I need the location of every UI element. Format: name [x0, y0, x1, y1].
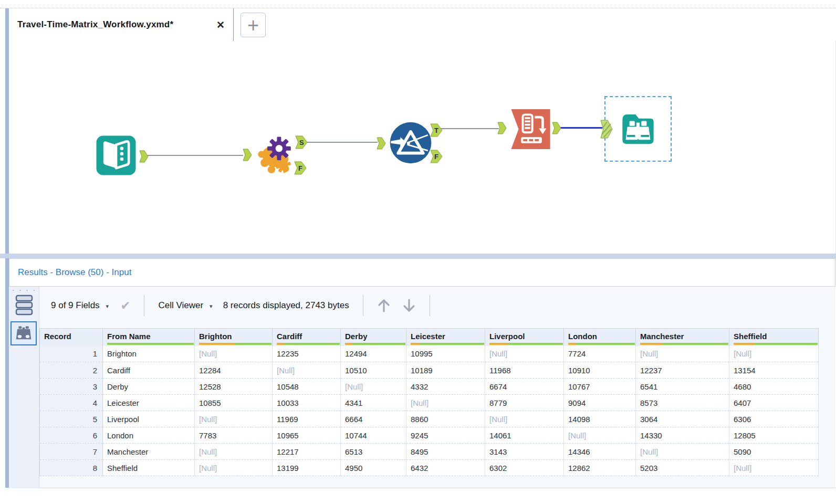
- data-cell[interactable]: [Null]: [406, 395, 485, 411]
- data-cell[interactable]: [Null]: [273, 362, 341, 379]
- chevron-down-icon[interactable]: ▾: [106, 303, 109, 310]
- data-cell[interactable]: 10855: [195, 395, 273, 411]
- transpose-output-anchor[interactable]: [552, 122, 561, 134]
- cell-viewer-dropdown[interactable]: Cell Viewer: [158, 300, 203, 311]
- column-header[interactable]: Manchester: [636, 329, 729, 346]
- data-cell[interactable]: Derby: [103, 379, 195, 395]
- data-cell[interactable]: [Null]: [485, 346, 564, 362]
- data-cell[interactable]: 6664: [341, 411, 406, 427]
- panel-divider[interactable]: [0, 254, 836, 258]
- record-number-cell[interactable]: 7: [40, 444, 103, 460]
- macro-input-anchor[interactable]: [243, 149, 252, 161]
- browse-input-anchor[interactable]: [600, 120, 613, 139]
- data-cell[interactable]: [Null]: [729, 346, 819, 362]
- filter-tool[interactable]: T F: [389, 121, 432, 164]
- data-cell[interactable]: 10189: [406, 362, 485, 379]
- connection-macro-to-filter[interactable]: [306, 142, 378, 143]
- data-cell[interactable]: 10510: [341, 362, 406, 379]
- data-cell[interactable]: 14061: [485, 427, 564, 444]
- data-cell[interactable]: 13199: [273, 460, 341, 476]
- record-number-cell[interactable]: 1: [40, 346, 103, 362]
- browse-tool[interactable]: [618, 108, 659, 149]
- table-view-icon[interactable]: [15, 294, 33, 316]
- close-tab-icon[interactable]: ✕: [216, 19, 233, 31]
- column-header[interactable]: Leicester: [406, 329, 485, 346]
- data-cell[interactable]: Liverpool: [103, 411, 195, 427]
- data-cell[interactable]: [Null]: [195, 411, 273, 427]
- data-cell[interactable]: 6302: [485, 460, 564, 476]
- data-cell[interactable]: 3064: [636, 411, 729, 427]
- gear-macro-tool[interactable]: S F: [254, 133, 297, 175]
- data-cell[interactable]: 13154: [729, 362, 819, 379]
- connection-filter-to-transpose[interactable]: [440, 128, 499, 129]
- input-data-tool[interactable]: [95, 135, 138, 176]
- data-cell[interactable]: 9094: [564, 395, 636, 411]
- data-cell[interactable]: [Null]: [636, 444, 729, 460]
- data-cell[interactable]: [Null]: [564, 427, 636, 444]
- data-cell[interactable]: 8779: [485, 395, 564, 411]
- record-number-cell[interactable]: 5: [40, 411, 103, 427]
- record-number-cell[interactable]: 3: [40, 379, 103, 395]
- data-cell[interactable]: 10995: [406, 346, 485, 362]
- column-header[interactable]: Record: [40, 329, 103, 346]
- arrow-up-icon[interactable]: [377, 298, 391, 313]
- filter-input-anchor[interactable]: [377, 137, 386, 150]
- transpose-tool[interactable]: [510, 108, 551, 150]
- record-number-cell[interactable]: 8: [40, 460, 103, 476]
- record-number-cell[interactable]: 6: [40, 427, 103, 444]
- data-cell[interactable]: [Null]: [341, 379, 406, 395]
- record-number-cell[interactable]: 4: [40, 395, 103, 411]
- data-cell[interactable]: 14330: [636, 427, 729, 444]
- data-cell[interactable]: 14098: [564, 411, 636, 427]
- data-cell[interactable]: 8495: [406, 444, 485, 460]
- transpose-input-anchor[interactable]: [497, 122, 507, 134]
- column-header[interactable]: Liverpool: [485, 329, 564, 346]
- macro-success-anchor[interactable]: S: [295, 135, 308, 149]
- browse-view-button[interactable]: [11, 321, 37, 345]
- data-cell[interactable]: 9245: [406, 427, 485, 444]
- data-cell[interactable]: 6513: [341, 444, 406, 460]
- data-cell[interactable]: 10033: [273, 395, 341, 411]
- filter-true-anchor[interactable]: T: [430, 123, 443, 137]
- chevron-down-icon[interactable]: ▾: [210, 303, 213, 310]
- data-cell[interactable]: 6541: [636, 379, 729, 395]
- macro-failure-anchor[interactable]: F: [294, 161, 307, 175]
- data-cell[interactable]: 8573: [636, 395, 729, 411]
- connection-input-to-macro[interactable]: [148, 155, 243, 156]
- data-cell[interactable]: 12528: [195, 379, 273, 395]
- data-cell[interactable]: 10767: [564, 379, 636, 395]
- arrow-down-icon[interactable]: [402, 298, 416, 313]
- record-number-cell[interactable]: 2: [40, 362, 103, 379]
- data-cell[interactable]: 6432: [406, 460, 485, 476]
- data-cell[interactable]: Leicester: [103, 395, 195, 411]
- data-cell[interactable]: 5090: [729, 444, 819, 460]
- data-cell[interactable]: 11969: [273, 411, 341, 427]
- column-header[interactable]: Brighton: [195, 329, 273, 346]
- data-cell[interactable]: [Null]: [195, 444, 273, 460]
- data-cell[interactable]: 7724: [564, 346, 636, 362]
- workflow-tab[interactable]: Travel-Time-Matrix_Workflow.yxmd* ✕: [9, 8, 234, 41]
- column-header[interactable]: From Name: [103, 329, 195, 346]
- data-cell[interactable]: Manchester: [103, 444, 195, 460]
- data-cell[interactable]: 10965: [273, 427, 341, 444]
- input-output-anchor[interactable]: [139, 150, 149, 163]
- column-header[interactable]: Sheffield: [729, 329, 819, 346]
- data-cell[interactable]: 12805: [729, 427, 819, 444]
- data-cell[interactable]: 7783: [195, 427, 273, 444]
- data-cell[interactable]: 12235: [273, 346, 341, 362]
- data-cell[interactable]: 10910: [564, 362, 636, 379]
- data-cell[interactable]: 3143: [485, 444, 564, 460]
- data-cell[interactable]: 6407: [729, 395, 819, 411]
- data-cell[interactable]: 10744: [341, 427, 406, 444]
- data-cell[interactable]: 4332: [406, 379, 485, 395]
- data-cell[interactable]: 8860: [406, 411, 485, 427]
- data-cell[interactable]: 12862: [564, 460, 636, 476]
- apply-check-icon[interactable]: ✔: [120, 299, 130, 313]
- data-cell[interactable]: 6674: [485, 379, 564, 395]
- data-cell[interactable]: 10548: [273, 379, 341, 395]
- data-cell[interactable]: 12494: [341, 346, 406, 362]
- column-header[interactable]: Derby: [341, 329, 406, 346]
- column-header[interactable]: London: [564, 329, 636, 346]
- data-cell[interactable]: [Null]: [729, 460, 819, 476]
- new-tab-button[interactable]: +: [241, 13, 266, 37]
